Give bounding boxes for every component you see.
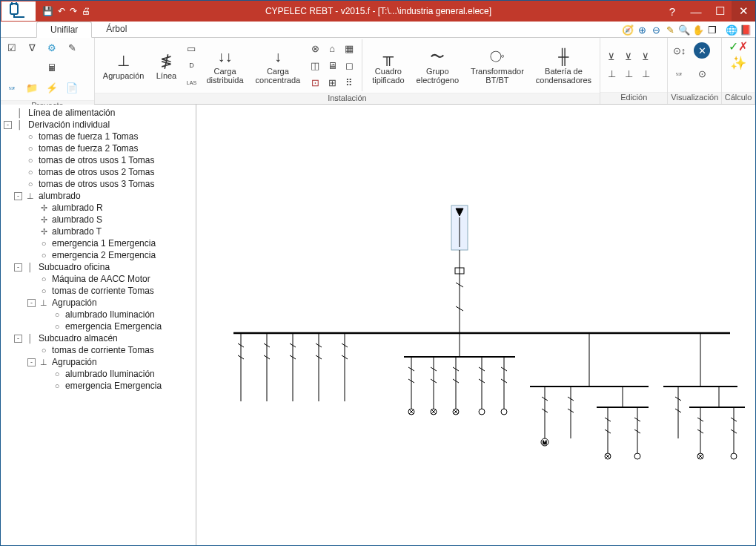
vis4[interactable]: ⊙ — [694, 65, 710, 82]
tree-node-3[interactable]: ○tomas de fuerza 2 Tomas — [2, 142, 194, 154]
tree-toggle[interactable]: - — [14, 335, 22, 343]
ed1[interactable]: ⊻ — [603, 48, 620, 65]
sm1[interactable]: ⊗ — [307, 40, 323, 56]
tree-node-9[interactable]: ✢alumbrado S — [2, 214, 194, 226]
tree-node-18[interactable]: ○emergencia Emergencia — [2, 320, 194, 332]
tree-toggle[interactable]: - — [14, 192, 22, 200]
mini-load-icon[interactable]: ▭ — [183, 40, 199, 56]
tree-node-1[interactable]: -│Derivación individual — [2, 119, 194, 131]
ed6[interactable]: ⊥ — [637, 65, 654, 82]
tree-node-4[interactable]: ○tomas de otros usos 1 Tomas — [2, 154, 194, 166]
tree-node-12[interactable]: ○emergencia 2 Emergencia — [2, 249, 194, 261]
vis1[interactable]: ⊙↕ — [671, 42, 687, 59]
ed2[interactable]: ⊻ — [620, 48, 637, 65]
ed3[interactable]: ⊻ — [637, 48, 654, 65]
titlebar: 💾 ↶ ↷ 🖨 CYPELEC REBT - v2015.f - [T:\...… — [1, 1, 755, 22]
tree-toggle[interactable]: - — [27, 358, 36, 366]
btn-agrupacion[interactable]: ⊥Agrupación — [98, 47, 150, 83]
folder-icon[interactable]: 📁 — [24, 79, 40, 96]
check-icon[interactable]: ☑ — [4, 39, 20, 56]
btn-carga-distribuida[interactable]: ↓↓Carga distribuida — [201, 43, 248, 88]
tree-node-14[interactable]: ○Máquina de AACC Motor — [2, 273, 194, 285]
btn-carga-concentrada[interactable]: ↓Carga concentrada — [251, 43, 306, 88]
tree-node-2[interactable]: ○tomas de fuerza 1 Tomas — [2, 131, 194, 142]
tree-label: alumbrado — [39, 191, 81, 201]
layers-icon[interactable]: ❐ — [706, 23, 719, 36]
blank2-icon[interactable] — [24, 59, 40, 76]
ed4[interactable]: ⊥ — [603, 65, 620, 82]
tree-node-8[interactable]: ✢alumbrado R — [2, 202, 194, 214]
sm2[interactable]: ⌂ — [324, 40, 340, 56]
tree-toggle[interactable]: - — [4, 121, 12, 129]
minimize-button[interactable]: — — [684, 1, 708, 22]
maximize-button[interactable]: ☐ — [708, 1, 732, 22]
tree-node-0[interactable]: │Línea de alimentación — [2, 107, 194, 119]
tree-node-13[interactable]: -│Subcuadro oficina — [2, 261, 194, 273]
globe-nav-icon[interactable]: 🧭 — [621, 23, 634, 36]
svg-text:M: M — [543, 440, 547, 445]
btn-cuadro[interactable]: ╥Cuadro tipificado — [367, 43, 409, 88]
tab-unifilar[interactable]: Unifilar — [36, 22, 92, 38]
tree-toggle[interactable]: - — [27, 299, 36, 307]
undo-icon[interactable]: ↶ — [58, 6, 65, 16]
ed5[interactable]: ⊥ — [620, 65, 637, 82]
group-edicion: Edición — [600, 92, 667, 104]
help-button[interactable]: ? — [660, 1, 684, 22]
sm6[interactable]: ◻ — [341, 57, 357, 73]
gear-icon[interactable]: ⚙ — [44, 39, 60, 56]
app-icon[interactable] — [1, 1, 36, 22]
tree-node-10[interactable]: ✢alumbrado T — [2, 226, 194, 237]
mini-las-icon[interactable]: LAS — [183, 74, 199, 91]
zoom-icon[interactable]: 🔍 — [677, 23, 691, 36]
tree-panel[interactable]: │Línea de alimentación-│Derivación indiv… — [1, 105, 196, 545]
btn-grupo-electrogeno[interactable]: 〜Grupo electrógeno — [411, 43, 465, 88]
tree-node-17[interactable]: ○alumbrado Iluminación — [2, 309, 194, 320]
diagram-canvas[interactable]: M — [196, 105, 755, 545]
tree-node-6[interactable]: ○tomas de otros usos 3 Tomas — [2, 178, 194, 190]
tree-toggle[interactable]: - — [14, 263, 22, 272]
sm3[interactable]: ▦ — [341, 40, 357, 56]
blank3-icon[interactable] — [64, 59, 80, 76]
btn-bateria[interactable]: ╫Batería de condensadores — [531, 43, 597, 88]
hand-icon[interactable]: ✋ — [692, 23, 705, 36]
sm4[interactable]: ◫ — [307, 57, 323, 73]
tree-node-23[interactable]: ○emergencia Emergencia — [2, 380, 194, 392]
diagram-icon[interactable]: ⎃ — [4, 79, 20, 96]
sm7[interactable]: ⊡ — [307, 74, 323, 91]
tree-node-16[interactable]: -⊥Agrupación — [2, 297, 194, 309]
sm5[interactable]: 🖥 — [324, 57, 340, 73]
world-icon[interactable]: 🌐 — [725, 23, 738, 36]
tree-node-7[interactable]: -⊥alumbrado — [2, 190, 194, 202]
doc-icon[interactable]: 📄 — [64, 79, 80, 96]
edit-icon[interactable]: ✎ — [64, 39, 80, 56]
save-icon[interactable]: 💾 — [42, 6, 53, 16]
globe-plus-icon[interactable]: ⊕ — [635, 23, 649, 36]
pencil-icon[interactable]: ✎ — [663, 23, 677, 36]
wand-icon[interactable]: ✨ — [730, 55, 746, 71]
sm8[interactable]: ⊞ — [324, 74, 340, 91]
flash-icon[interactable]: ⚡ — [44, 79, 60, 96]
tab-arbol[interactable]: Árbol — [92, 21, 141, 37]
book-icon[interactable]: 📕 — [739, 23, 752, 36]
tree-node-15[interactable]: ○tomas de corriente Tomas — [2, 285, 194, 297]
tree-node-5[interactable]: ○tomas de otros usos 2 Tomas — [2, 166, 194, 178]
btn-transformador[interactable]: ⧂Transformador BT/BT — [465, 43, 529, 88]
vis3[interactable]: ⎃ — [671, 65, 687, 82]
btn-linea[interactable]: ≸Línea — [150, 47, 182, 83]
tree-node-19[interactable]: -│Subcuadro almacén — [2, 332, 194, 344]
blank-icon[interactable] — [4, 59, 20, 76]
calc-ok-icon[interactable]: ✓✗ — [729, 39, 748, 53]
sm9[interactable]: ⠿ — [341, 74, 357, 91]
globe-minus-icon[interactable]: ⊖ — [649, 23, 663, 36]
tree-node-21[interactable]: -⊥Agrupación — [2, 356, 194, 368]
mini-d-icon[interactable]: D — [183, 57, 199, 73]
tree-node-20[interactable]: ○tomas de corriente Tomas — [2, 344, 194, 356]
close-button[interactable]: ✕ — [732, 1, 755, 22]
calc-icon[interactable]: 🖩 — [44, 59, 60, 76]
filter-icon[interactable]: ∇ — [24, 39, 40, 56]
print-icon[interactable]: 🖨 — [82, 6, 90, 16]
tree-node-11[interactable]: ○emergencia 1 Emergencia — [2, 237, 194, 249]
vis-close[interactable]: ✕ — [694, 42, 710, 59]
tree-node-22[interactable]: ○alumbrado Iluminación — [2, 368, 194, 380]
redo-icon[interactable]: ↷ — [70, 6, 77, 16]
